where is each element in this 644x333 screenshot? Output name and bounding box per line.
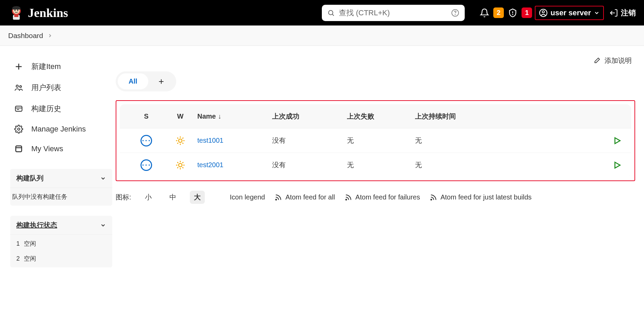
search-icon <box>327 9 335 17</box>
jenkins-logo-icon <box>8 5 24 21</box>
svg-point-49 <box>431 199 432 200</box>
plus-icon <box>158 78 165 85</box>
cell-last-failure: 无 <box>347 160 415 170</box>
executor-state: 空闲 <box>24 240 36 248</box>
svg-point-48 <box>346 199 347 200</box>
jobs-table: S W Name ↓ 上次成功 上次失败 上次持续时间 ● ● ● <box>120 104 631 177</box>
pencil-icon <box>593 57 600 65</box>
shield-warning-icon[interactable] <box>507 7 519 19</box>
job-link[interactable]: test1001 <box>197 137 224 144</box>
build-now-button[interactable] <box>591 136 622 145</box>
brand-text: Jenkins <box>28 6 68 20</box>
add-description-label: 添加说明 <box>605 56 632 65</box>
notification-count-badge[interactable]: 2 <box>493 7 504 18</box>
svg-point-9 <box>455 14 456 15</box>
svg-point-6 <box>329 10 333 15</box>
gear-icon <box>14 125 24 134</box>
table-row: ● ● ● test1001 没有 无 无 <box>120 128 631 153</box>
chevron-down-icon <box>594 10 600 16</box>
executor-row: 1 空闲 <box>10 236 112 251</box>
job-link[interactable]: test2001 <box>197 161 224 169</box>
search-input[interactable] <box>339 8 447 17</box>
sidebar-label: 用户列表 <box>31 83 61 93</box>
sidebar-item-myviews[interactable]: My Views <box>10 139 112 159</box>
tab-all[interactable]: All <box>118 73 148 89</box>
jobs-header-row: S W Name ↓ 上次成功 上次失败 上次持续时间 <box>120 104 631 128</box>
svg-line-43 <box>182 167 183 168</box>
people-icon <box>14 83 24 92</box>
weather-sunny-icon <box>163 136 197 146</box>
bell-icon[interactable] <box>478 7 491 19</box>
executor-status-header[interactable]: 构建执行状态 <box>10 216 112 235</box>
icon-size-large[interactable]: 大 <box>190 191 205 204</box>
status-notbuilt-icon[interactable]: ● ● ● <box>141 135 152 146</box>
build-now-button[interactable] <box>591 161 622 170</box>
col-last-success[interactable]: 上次成功 <box>272 112 347 121</box>
col-status[interactable]: S <box>129 112 163 120</box>
brand[interactable]: Jenkins <box>8 5 68 21</box>
cell-last-failure: 无 <box>347 136 415 145</box>
icon-size-label: 图标: <box>116 193 131 202</box>
col-weather[interactable]: W <box>163 112 197 120</box>
window-icon <box>14 144 24 153</box>
legend-label: Icon legend <box>230 193 265 201</box>
col-name[interactable]: Name ↓ <box>197 112 272 120</box>
svg-point-17 <box>16 85 18 87</box>
svg-line-34 <box>177 143 178 144</box>
icon-legend-link[interactable]: Icon legend <box>230 193 265 201</box>
add-description-link[interactable]: 添加说明 <box>593 56 632 65</box>
svg-point-27 <box>179 139 182 142</box>
svg-line-45 <box>182 162 183 163</box>
user-label: user server <box>550 8 591 17</box>
rss-icon <box>275 194 282 201</box>
sidebar-label: 新建Item <box>31 62 61 72</box>
sidebar: 新建Item 用户列表 构建历史 <box>0 46 112 267</box>
sidebar-item-manage[interactable]: Manage Jenkins <box>10 119 112 139</box>
user-menu[interactable]: user server <box>535 6 604 20</box>
logout-link[interactable]: 注销 <box>609 8 636 18</box>
col-last-duration[interactable]: 上次持续时间 <box>415 112 503 121</box>
feed-all-label: Atom feed for all <box>285 193 335 201</box>
plus-icon <box>14 62 24 71</box>
svg-point-22 <box>18 128 20 130</box>
svg-line-32 <box>177 138 178 139</box>
feed-failures-link[interactable]: Atom feed for failures <box>345 193 420 201</box>
sidebar-item-people[interactable]: 用户列表 <box>10 77 112 98</box>
table-row: ● ● ● test2001 没有 无 无 <box>120 153 631 177</box>
search-wrap <box>322 5 465 21</box>
weather-sunny-icon <box>163 160 197 170</box>
svg-point-37 <box>179 163 182 167</box>
feed-latest-link[interactable]: Atom feed for just latest builds <box>430 193 532 201</box>
header-actions: 2 1 user server <box>478 6 636 20</box>
cell-last-success: 没有 <box>272 136 347 145</box>
search-box[interactable] <box>322 5 465 21</box>
svg-rect-19 <box>15 106 22 111</box>
svg-point-2 <box>14 10 16 11</box>
help-icon[interactable] <box>451 9 459 17</box>
icon-size-medium[interactable]: 中 <box>165 191 180 204</box>
view-tabs: All <box>116 71 176 91</box>
status-notbuilt-icon[interactable]: ● ● ● <box>141 159 152 171</box>
sidebar-item-new[interactable]: 新建Item <box>10 56 112 77</box>
svg-line-7 <box>332 14 334 16</box>
build-queue-header[interactable]: 构建队列 <box>10 169 112 188</box>
tab-add[interactable] <box>148 74 174 89</box>
history-icon <box>14 104 24 113</box>
executor-num: 2 <box>16 255 20 262</box>
svg-marker-36 <box>615 138 620 143</box>
feed-all-link[interactable]: Atom feed for all <box>275 193 335 201</box>
breadcrumb: Dashboard <box>0 25 644 46</box>
queue-empty-text: 队列中没有构建任务 <box>11 193 112 201</box>
executor-status-title: 构建执行状态 <box>16 221 57 230</box>
breadcrumb-dashboard[interactable]: Dashboard <box>8 32 43 40</box>
icon-size-small[interactable]: 小 <box>141 191 156 204</box>
sidebar-item-build-history[interactable]: 构建历史 <box>10 98 112 119</box>
executor-row: 2 空闲 <box>10 251 112 266</box>
svg-point-13 <box>542 11 545 13</box>
chevron-down-icon <box>100 222 106 228</box>
security-alert-count-badge[interactable]: 1 <box>522 7 532 18</box>
svg-point-18 <box>20 86 21 87</box>
user-icon <box>539 8 548 17</box>
sort-arrow-icon: ↓ <box>218 112 221 120</box>
col-last-failure[interactable]: 上次失败 <box>347 112 415 121</box>
